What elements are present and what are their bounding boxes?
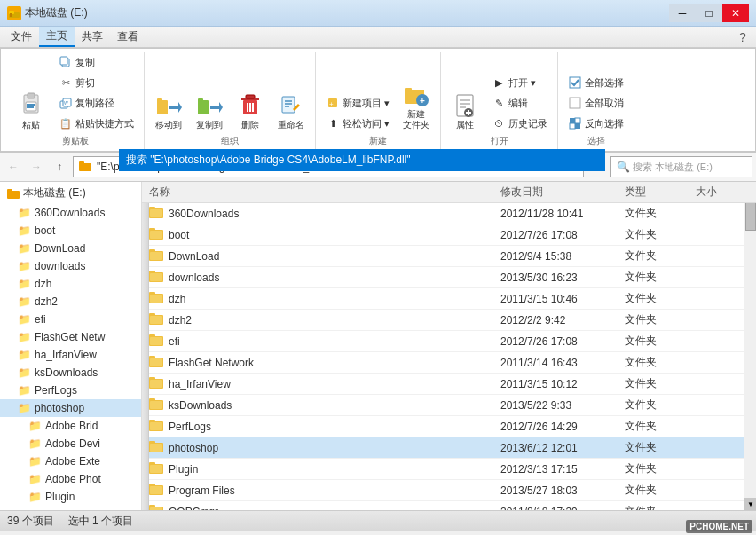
open-button[interactable]: ▶ 打开 ▾ bbox=[487, 73, 552, 92]
col-type[interactable]: 类型 bbox=[625, 185, 696, 200]
close-button[interactable]: ✕ bbox=[722, 4, 749, 22]
rename-button[interactable]: 重命名 bbox=[272, 89, 310, 133]
up-button[interactable]: ↑ bbox=[50, 157, 69, 177]
menu-share[interactable]: 共享 bbox=[75, 28, 110, 46]
invert-select-button[interactable]: 反向选择 bbox=[563, 114, 628, 133]
sidebar-item-360downloads[interactable]: 📁360Downloads bbox=[0, 204, 141, 222]
main-scrollbar[interactable]: ▲ ▼ bbox=[744, 182, 756, 510]
maximize-button[interactable]: □ bbox=[696, 4, 722, 22]
sidebar-item-downloads[interactable]: 📁downloads bbox=[0, 257, 141, 275]
properties-button[interactable]: 属性 bbox=[446, 89, 484, 133]
edit-label: 编辑 bbox=[508, 97, 528, 110]
search-box[interactable]: 🔍 搜索 本地磁盘 (E:) bbox=[610, 156, 752, 177]
file-name: dzh2 bbox=[169, 314, 192, 327]
sidebar-item-download[interactable]: 📁DownLoad bbox=[0, 240, 141, 257]
sidebar-item-perflogs[interactable]: 📁PerfLogs bbox=[0, 382, 141, 399]
file-name-cell: Program Files bbox=[149, 483, 500, 498]
sidebar-item-dzh[interactable]: 📁dzh bbox=[0, 275, 141, 293]
cut-button[interactable]: ✂ 剪切 bbox=[54, 73, 138, 92]
sidebar-scrollbar[interactable] bbox=[142, 182, 149, 510]
table-row[interactable]: efi 2012/7/26 17:08 文件夹 bbox=[142, 331, 756, 352]
sidebar-item-adobe-bridge[interactable]: 📁Adobe Brid bbox=[0, 417, 141, 435]
file-name: Plugin bbox=[169, 463, 198, 476]
window-controls[interactable]: ─ □ ✕ bbox=[669, 4, 749, 22]
sidebar-item-irfanview[interactable]: 📁ha_IrfanView bbox=[0, 346, 141, 364]
svg-rect-7 bbox=[27, 106, 34, 108]
sidebar-item-dzh2[interactable]: 📁dzh2 bbox=[0, 293, 141, 311]
sidebar-item-plugin[interactable]: 📁Plugin bbox=[0, 488, 141, 506]
sidebar-item-ksdownloads[interactable]: 📁ksDownloads bbox=[0, 364, 141, 382]
sidebar-item-photoshop[interactable]: 📁photoshop bbox=[0, 399, 141, 417]
sidebar-item-boot[interactable]: 📁boot bbox=[0, 222, 141, 240]
svg-rect-47 bbox=[570, 123, 575, 129]
move-to-button[interactable]: 移动到 bbox=[150, 89, 187, 133]
select-none-button[interactable]: 全部取消 bbox=[563, 93, 628, 113]
delete-label: 删除 bbox=[241, 120, 259, 130]
menu-home[interactable]: 主页 bbox=[39, 27, 75, 47]
ribbon: 粘贴 复制 ✂ 剪切 bbox=[0, 48, 756, 153]
table-row[interactable]: Program Files 2013/5/27 18:03 文件夹 bbox=[142, 480, 756, 501]
file-date: 2011/3/15 10:46 bbox=[500, 293, 625, 305]
table-row[interactable]: dzh2 2012/2/2 9:42 文件夹 bbox=[142, 310, 756, 331]
svg-rect-84 bbox=[150, 422, 162, 430]
forward-button[interactable]: → bbox=[27, 157, 46, 177]
sidebar-item-adobe-photo[interactable]: 📁Adobe Phot bbox=[0, 470, 141, 488]
minimize-button[interactable]: ─ bbox=[669, 4, 696, 22]
table-row[interactable]: FlashGet Network 2011/3/14 16:43 文件夹 bbox=[142, 352, 756, 374]
table-row[interactable]: downloads 2013/5/30 16:23 文件夹 bbox=[142, 267, 756, 288]
svg-text:+: + bbox=[420, 96, 425, 106]
table-row[interactable]: boot 2012/7/26 17:08 文件夹 bbox=[142, 224, 756, 246]
autocomplete-dropdown[interactable]: 搜索 "E:\photoshop\Adobe Bridge CS4\AdobeL… bbox=[119, 149, 605, 171]
delete-button[interactable]: 删除 bbox=[232, 89, 269, 133]
menu-view[interactable]: 查看 bbox=[110, 28, 146, 46]
copy-path-button[interactable]: W 复制路径 bbox=[54, 93, 138, 113]
window-icon bbox=[7, 6, 21, 20]
svg-rect-6 bbox=[27, 104, 35, 106]
select-all-button[interactable]: 全部选择 bbox=[563, 73, 628, 92]
new-item-button[interactable]: + 新建项目 ▾ bbox=[321, 93, 394, 113]
back-button[interactable]: ← bbox=[4, 157, 23, 177]
folder-icon bbox=[149, 483, 163, 498]
new-folder-button[interactable]: + 新建文件夹 bbox=[398, 78, 435, 133]
file-name-cell: photoshop bbox=[149, 440, 500, 455]
table-row[interactable]: Plugin 2012/3/13 17:15 文件夹 bbox=[142, 459, 756, 480]
edit-button[interactable]: ✎ 编辑 bbox=[487, 93, 552, 113]
sidebar-item-adobe-extend[interactable]: 📁Adobe Exte bbox=[0, 452, 141, 470]
svg-rect-25 bbox=[282, 97, 295, 113]
file-type: 文件夹 bbox=[625, 397, 696, 413]
svg-rect-78 bbox=[150, 380, 162, 388]
paste-button[interactable]: 粘贴 bbox=[12, 89, 51, 133]
menu-file[interactable]: 文件 bbox=[4, 28, 39, 46]
table-row[interactable]: dzh 2011/3/15 10:46 文件夹 bbox=[142, 288, 756, 310]
table-row[interactable]: ksDownloads 2013/5/22 9:33 文件夹 bbox=[142, 395, 756, 416]
sidebar-header[interactable]: 本地磁盘 (E:) bbox=[0, 182, 141, 204]
scroll-down-btn[interactable]: ▼ bbox=[744, 498, 756, 510]
sidebar-item-efi[interactable]: 📁efi bbox=[0, 311, 141, 328]
table-row[interactable]: photoshop 2013/6/12 12:01 文件夹 bbox=[142, 437, 756, 459]
ribbon-group-new: + 新建项目 ▾ ⬆ 轻松访问 ▾ + bbox=[316, 52, 441, 149]
table-row[interactable]: ha_IrfanView 2011/3/15 10:12 文件夹 bbox=[142, 374, 756, 395]
select-col: 全部选择 全部取消 反向选择 bbox=[563, 73, 628, 133]
file-type: 文件夹 bbox=[625, 461, 696, 476]
history-button[interactable]: ⏲ 历史记录 bbox=[487, 114, 552, 133]
table-row[interactable]: DownLoad 2012/9/4 15:38 文件夹 bbox=[142, 246, 756, 267]
sidebar: 本地磁盘 (E:) 📁360Downloads 📁boot 📁DownLoad … bbox=[0, 182, 142, 510]
table-row[interactable]: QQPCmgr 2011/8/18 17:39 文件夹 bbox=[142, 501, 756, 510]
sidebar-item-flashget[interactable]: 📁FlashGet Netw bbox=[0, 328, 141, 346]
svg-rect-51 bbox=[7, 189, 12, 193]
col-size[interactable]: 大小 bbox=[696, 185, 749, 200]
svg-rect-17 bbox=[198, 98, 203, 102]
help-icon[interactable]: ? bbox=[733, 28, 752, 47]
table-row[interactable]: 360Downloads 2012/11/28 10:41 文件夹 bbox=[142, 203, 756, 224]
folder-icon: 📁 bbox=[18, 295, 31, 308]
col-date[interactable]: 修改日期 bbox=[500, 185, 625, 200]
sidebar-item-adobe-device[interactable]: 📁Adobe Devi bbox=[0, 435, 141, 452]
copy-to-button[interactable]: 复制到 bbox=[191, 89, 228, 133]
easy-access-button[interactable]: ⬆ 轻松访问 ▾ bbox=[321, 114, 394, 133]
copy-button[interactable]: 复制 bbox=[54, 52, 138, 72]
table-row[interactable]: PerfLogs 2012/7/26 14:29 文件夹 bbox=[142, 416, 756, 437]
file-name: QQPCmgr bbox=[169, 506, 218, 511]
col-name[interactable]: 名称 bbox=[149, 185, 500, 200]
paste-shortcut-button[interactable]: 📋 粘贴快捷方式 bbox=[54, 114, 138, 133]
history-icon: ⏲ bbox=[492, 116, 506, 130]
